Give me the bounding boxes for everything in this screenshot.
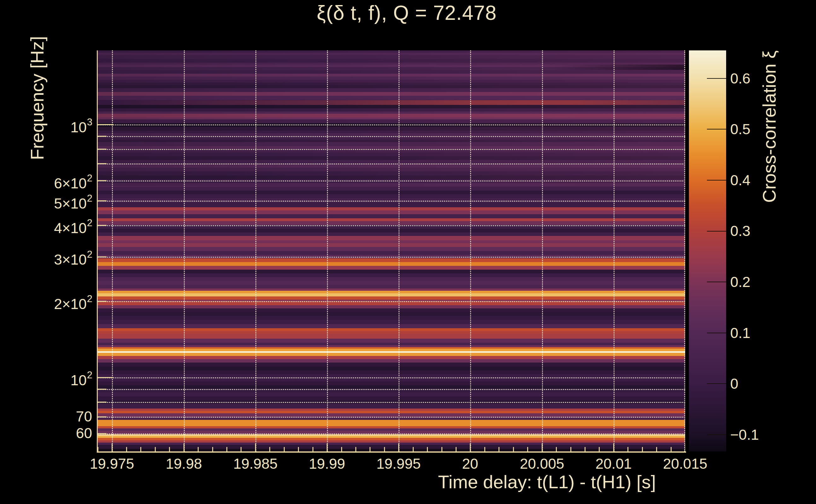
x-tick bbox=[255, 443, 256, 451]
x-tick bbox=[470, 443, 471, 451]
x-minor-tick bbox=[313, 447, 313, 451]
page-title: ξ(δ t, f), Q = 72.478 bbox=[98, 1, 716, 25]
x-tick bbox=[327, 443, 328, 451]
x-tick-label: 19.995 bbox=[361, 455, 436, 472]
colorbar-tick bbox=[707, 282, 726, 282]
x-minor-tick bbox=[341, 447, 342, 451]
x-tick-label: 20.015 bbox=[647, 455, 723, 472]
y-tick bbox=[98, 163, 106, 164]
x-minor-tick bbox=[656, 447, 657, 451]
y-tick-exponent: 2 bbox=[87, 293, 92, 304]
x-tick-label: 20.005 bbox=[504, 455, 580, 472]
x-tick bbox=[112, 443, 112, 451]
y-tick-label: 3×102 bbox=[13, 248, 92, 268]
y-tick bbox=[98, 149, 106, 150]
y-tick bbox=[98, 389, 106, 390]
x-tick-label: 19.985 bbox=[218, 455, 293, 472]
x-minor-tick bbox=[212, 447, 213, 451]
x-tick bbox=[398, 443, 399, 451]
x-minor-tick bbox=[527, 447, 528, 451]
y-tick-label: 60 bbox=[13, 425, 92, 442]
y-tick-exponent: 2 bbox=[87, 193, 92, 204]
colorbar-tick-label: 0 bbox=[730, 375, 793, 392]
x-minor-tick bbox=[126, 447, 127, 451]
y-tick-exponent: 2 bbox=[87, 369, 92, 381]
y-tick bbox=[98, 301, 106, 302]
y-tick bbox=[98, 402, 106, 403]
colorbar-tick bbox=[707, 434, 726, 435]
x-minor-tick bbox=[155, 447, 156, 451]
y-tick-exponent: 2 bbox=[87, 173, 92, 184]
y-tick-exponent: 2 bbox=[87, 217, 92, 228]
x-minor-tick bbox=[456, 447, 457, 451]
colorbar-tick bbox=[707, 333, 726, 333]
colorbar-tick bbox=[707, 383, 726, 384]
y-tick-label: 5×102 bbox=[13, 192, 92, 212]
y-axis-line bbox=[97, 50, 98, 453]
x-minor-tick bbox=[642, 447, 643, 451]
x-minor-tick bbox=[484, 447, 485, 451]
y-tick bbox=[98, 136, 106, 137]
colorbar-tick bbox=[707, 231, 726, 232]
x-tick bbox=[685, 443, 685, 451]
y-tick-label: 6×102 bbox=[13, 172, 92, 192]
x-minor-tick bbox=[671, 447, 672, 451]
x-tick bbox=[183, 443, 184, 451]
x-minor-tick bbox=[599, 447, 600, 451]
y-tick-exponent: 2 bbox=[87, 249, 92, 260]
x-tick bbox=[613, 443, 614, 451]
x-minor-tick bbox=[556, 447, 557, 451]
colorbar-tick bbox=[707, 180, 726, 180]
x-axis-line bbox=[97, 451, 686, 453]
colorbar-tick bbox=[707, 78, 726, 79]
x-minor-tick bbox=[227, 447, 227, 451]
x-tick-label: 19.98 bbox=[146, 455, 222, 472]
x-minor-tick bbox=[355, 447, 356, 451]
y-tick-exponent: 3 bbox=[87, 117, 92, 128]
y-tick bbox=[98, 377, 113, 378]
y-tick bbox=[98, 416, 106, 417]
x-minor-tick bbox=[241, 447, 242, 451]
y-tick bbox=[98, 256, 106, 257]
y-tick-label: 102 bbox=[13, 369, 92, 389]
y-tick-label: 4×102 bbox=[13, 216, 92, 237]
x-tick-label: 19.99 bbox=[289, 455, 365, 472]
x-minor-tick bbox=[584, 447, 585, 451]
y-tick bbox=[98, 124, 113, 125]
x-minor-tick bbox=[498, 447, 499, 451]
axis-ticks bbox=[98, 50, 685, 451]
x-minor-tick bbox=[298, 447, 299, 451]
y-tick-label: 70 bbox=[13, 408, 92, 425]
x-minor-tick bbox=[570, 447, 571, 451]
x-tick-label: 20 bbox=[432, 455, 508, 472]
y-axis-title: Frequency [Hz] bbox=[26, 28, 46, 160]
x-minor-tick bbox=[269, 447, 270, 451]
figure: ξ(δ t, f), Q = 72.478 19.97519.9819.9851… bbox=[0, 0, 816, 504]
colorbar bbox=[689, 50, 726, 451]
colorbar-tick-label: −0.1 bbox=[730, 426, 793, 443]
x-tick bbox=[542, 443, 543, 451]
colorbar-tick bbox=[707, 129, 726, 129]
x-tick-label: 19.975 bbox=[74, 455, 150, 472]
x-minor-tick bbox=[441, 447, 442, 451]
x-minor-tick bbox=[98, 447, 98, 451]
y-tick bbox=[98, 225, 106, 226]
x-minor-tick bbox=[284, 447, 285, 451]
x-tick-label: 20.01 bbox=[576, 455, 652, 472]
x-minor-tick bbox=[140, 447, 141, 451]
x-minor-tick bbox=[370, 447, 371, 451]
y-tick bbox=[98, 200, 106, 201]
x-minor-tick bbox=[513, 447, 514, 451]
x-minor-tick bbox=[427, 447, 428, 451]
x-minor-tick bbox=[628, 447, 629, 451]
y-tick-label: 103 bbox=[13, 116, 92, 136]
colorbar-title: Cross-correlation ξ bbox=[759, 50, 778, 273]
y-tick-label: 2×102 bbox=[13, 292, 92, 312]
heatmap-plot bbox=[98, 50, 685, 451]
x-minor-tick bbox=[169, 447, 170, 451]
y-tick bbox=[98, 180, 106, 181]
colorbar-tick-label: 0.1 bbox=[730, 324, 793, 341]
y-tick bbox=[98, 433, 106, 434]
x-minor-tick bbox=[384, 447, 385, 451]
x-axis-title: Time delay: t(L1) - t(H1) [s] bbox=[372, 471, 656, 492]
